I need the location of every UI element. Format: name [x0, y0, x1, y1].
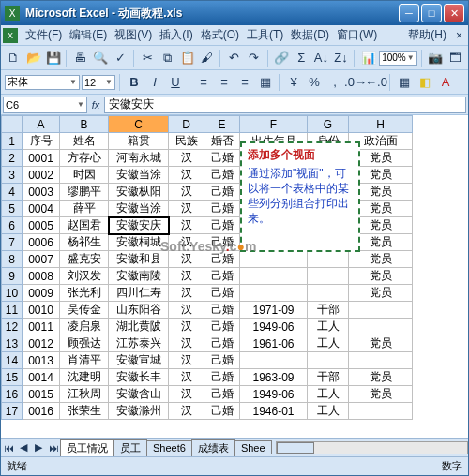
- close-button[interactable]: ✕: [444, 4, 464, 22]
- cell[interactable]: [308, 285, 349, 302]
- cell[interactable]: 0011: [23, 319, 60, 335]
- col-header[interactable]: G: [308, 116, 349, 133]
- sort-asc-icon[interactable]: A↓: [312, 49, 330, 67]
- cell[interactable]: 刘汉发: [60, 268, 109, 285]
- camera-icon[interactable]: 📷: [427, 49, 445, 67]
- cell[interactable]: 汉: [169, 319, 204, 335]
- cell[interactable]: 沈建明: [60, 369, 109, 386]
- spell-icon[interactable]: ✓: [112, 49, 129, 67]
- merge-icon[interactable]: ▦: [256, 73, 275, 92]
- row-header[interactable]: 7: [2, 234, 23, 251]
- open-icon[interactable]: 📂: [24, 49, 42, 67]
- cell[interactable]: 己婚: [204, 234, 240, 251]
- cell[interactable]: 安徽南陵: [109, 268, 169, 285]
- cell[interactable]: 安徽枞阳: [109, 184, 169, 201]
- cell[interactable]: [240, 285, 308, 302]
- cell[interactable]: 己婚: [204, 369, 240, 386]
- row-header[interactable]: 6: [2, 217, 23, 234]
- cell[interactable]: 0013: [23, 352, 60, 369]
- cell[interactable]: 汉: [169, 217, 204, 234]
- cell[interactable]: 安徽长丰: [109, 369, 169, 386]
- menu-format[interactable]: 格式(O): [197, 25, 243, 45]
- cell[interactable]: 汉: [169, 302, 204, 319]
- cell[interactable]: 己婚: [204, 319, 240, 335]
- cell[interactable]: 安徽安庆: [109, 217, 169, 234]
- row-header[interactable]: 11: [2, 302, 23, 319]
- select-all-corner[interactable]: [2, 116, 23, 133]
- format-painter-icon[interactable]: 🖌: [198, 49, 216, 67]
- font-color-icon[interactable]: A: [436, 73, 455, 92]
- row-header[interactable]: 4: [2, 184, 23, 201]
- paste-icon[interactable]: 📋: [178, 49, 196, 67]
- cell[interactable]: 四川仁寿: [109, 285, 169, 302]
- redo-icon[interactable]: ↷: [245, 49, 263, 67]
- cell[interactable]: 工人: [308, 319, 349, 335]
- cell[interactable]: 己婚: [204, 201, 240, 217]
- row-header[interactable]: 13: [2, 335, 23, 352]
- cell[interactable]: 己婚: [204, 217, 240, 234]
- cell[interactable]: 张荣生: [60, 403, 109, 420]
- cell[interactable]: 工人: [308, 386, 349, 403]
- sheet-tab[interactable]: 员工情况: [60, 439, 114, 456]
- col-header[interactable]: H: [349, 116, 413, 133]
- cell[interactable]: 0006: [23, 234, 60, 251]
- menu-tools[interactable]: 工具(T): [243, 25, 287, 45]
- col-header[interactable]: B: [60, 116, 109, 133]
- row-header[interactable]: 5: [2, 201, 23, 217]
- title-bar[interactable]: X Microsoft Excel - 动画教程.xls ─ □ ✕: [1, 1, 468, 25]
- cell[interactable]: [240, 251, 308, 268]
- print-icon[interactable]: 🖶: [71, 49, 89, 67]
- cell[interactable]: 干部: [308, 302, 349, 319]
- cell[interactable]: 吴传金: [60, 302, 109, 319]
- cell[interactable]: 0003: [23, 184, 60, 201]
- cell[interactable]: 姓名: [60, 133, 109, 150]
- cell[interactable]: 婚否: [204, 133, 240, 150]
- sheet-tab[interactable]: Shee: [234, 440, 272, 454]
- row-header[interactable]: 3: [2, 167, 23, 184]
- cell[interactable]: 安徽当涂: [109, 201, 169, 217]
- row-header[interactable]: 2: [2, 150, 23, 167]
- cell[interactable]: 己婚: [204, 335, 240, 352]
- menu-edit[interactable]: 编辑(E): [66, 25, 111, 45]
- cell[interactable]: 0009: [23, 285, 60, 302]
- cell[interactable]: 0010: [23, 302, 60, 319]
- row-header[interactable]: 10: [2, 285, 23, 302]
- cell[interactable]: 0008: [23, 268, 60, 285]
- cell[interactable]: 党员: [349, 268, 413, 285]
- sheet-tab[interactable]: 员工: [113, 439, 147, 456]
- cell[interactable]: 1961-06: [240, 335, 308, 352]
- cell[interactable]: [240, 352, 308, 369]
- cell[interactable]: 0001: [23, 150, 60, 167]
- cell[interactable]: 江秋周: [60, 386, 109, 403]
- cell[interactable]: 安徽滁州: [109, 403, 169, 420]
- tab-next-icon[interactable]: ▶: [31, 440, 46, 455]
- cut-icon[interactable]: ✂: [139, 49, 157, 67]
- minimize-button[interactable]: ─: [399, 4, 419, 22]
- percent-icon[interactable]: %: [305, 73, 324, 92]
- cell[interactable]: 汉: [169, 184, 204, 201]
- row-header[interactable]: 12: [2, 319, 23, 335]
- cell[interactable]: 0004: [23, 201, 60, 217]
- row-header[interactable]: 17: [2, 403, 23, 420]
- cell[interactable]: 1949-06: [240, 386, 308, 403]
- cell[interactable]: 汉: [169, 167, 204, 184]
- cell[interactable]: 党员: [349, 386, 413, 403]
- formula-bar[interactable]: 安徽安庆: [104, 97, 466, 113]
- sheet-tab[interactable]: 成绩表: [191, 439, 235, 456]
- cell[interactable]: 己婚: [204, 386, 240, 403]
- col-header[interactable]: A: [23, 116, 60, 133]
- cell[interactable]: 籍贯: [109, 133, 169, 150]
- save-icon[interactable]: 💾: [44, 49, 62, 67]
- cell[interactable]: 党员: [349, 251, 413, 268]
- undo-icon[interactable]: ↶: [225, 49, 243, 67]
- menu-insert[interactable]: 插入(I): [156, 25, 196, 45]
- cell[interactable]: 汉: [169, 234, 204, 251]
- comment-callout[interactable]: 添加多个视面 通过添加"视面"，可以将一个表格中的某些列分别组合打印出来。: [240, 141, 360, 252]
- col-header[interactable]: C: [109, 116, 169, 133]
- cell[interactable]: 安徽宣城: [109, 352, 169, 369]
- cell[interactable]: 顾强达: [60, 335, 109, 352]
- cell[interactable]: 己婚: [204, 167, 240, 184]
- row-header[interactable]: 9: [2, 268, 23, 285]
- cell[interactable]: [308, 352, 349, 369]
- cell[interactable]: 缪鹏平: [60, 184, 109, 201]
